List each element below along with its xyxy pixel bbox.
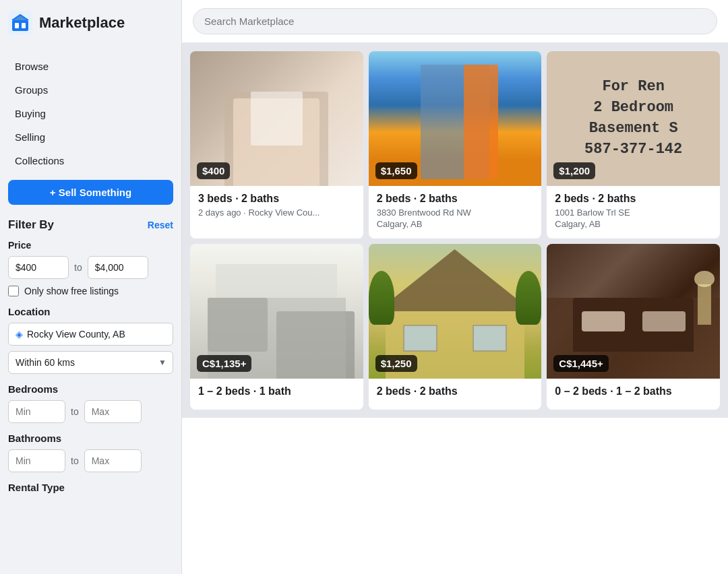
- listing-beds-4: 1 – 2 beds · 1 bath: [198, 385, 355, 397]
- bedrooms-row: to: [8, 400, 173, 423]
- search-bar-wrap: [182, 0, 728, 43]
- listing-beds-3: 2 beds · 2 baths: [555, 193, 712, 205]
- price-badge-2: $1,650: [375, 162, 417, 179]
- listing-info-2: 2 beds · 2 baths 3830 Brentwood Rd NW Ca…: [369, 186, 542, 238]
- free-listings-label[interactable]: Only show free listings: [24, 286, 119, 296]
- listing-beds-6: 0 – 2 beds · 1 – 2 baths: [555, 385, 712, 397]
- listing-info-3: 2 beds · 2 baths 1001 Barlow Trl SE Calg…: [547, 186, 720, 238]
- listing-card[interactable]: C$1,445+ 0 – 2 beds · 1 – 2 baths: [547, 244, 720, 410]
- svg-rect-1: [12, 20, 28, 31]
- listing-info-4: 1 – 2 beds · 1 bath: [190, 379, 363, 410]
- filter-section: Filter By Reset Price to Only show free …: [8, 218, 173, 493]
- listing-image-2: $1,650: [369, 51, 542, 186]
- listing-city-2: Calgary, AB: [377, 219, 534, 229]
- listing-info-5: 2 beds · 2 baths: [369, 379, 542, 410]
- nav-groups[interactable]: Groups: [8, 79, 173, 101]
- rental-type-label: Rental Type: [8, 482, 173, 493]
- location-input[interactable]: [27, 329, 166, 340]
- sidebar-header: Marketplace: [8, 11, 173, 42]
- search-input[interactable]: [193, 8, 717, 34]
- listing-info-6: 0 – 2 beds · 1 – 2 baths: [547, 379, 720, 410]
- filter-by-title: Filter By: [8, 218, 54, 232]
- location-input-wrap[interactable]: ◈: [8, 323, 173, 346]
- listing-card[interactable]: For Ren2 BedroomBasement S587-377-142 $1…: [547, 51, 720, 238]
- bedrooms-separator: to: [71, 406, 79, 417]
- price-row: to: [8, 256, 173, 279]
- sidebar: Marketplace Browse Groups Buying Selling…: [0, 0, 182, 574]
- listing-beds-2: 2 beds · 2 baths: [377, 193, 534, 205]
- svg-marker-4: [377, 249, 533, 311]
- price-label: Price: [8, 240, 173, 251]
- filter-header: Filter By Reset: [8, 218, 173, 232]
- listing-beds-1: 3 beds · 2 baths: [198, 193, 355, 205]
- bathrooms-max-input[interactable]: [84, 449, 142, 472]
- price-min-input[interactable]: [8, 256, 69, 279]
- sell-something-button[interactable]: + Sell Something: [8, 180, 173, 205]
- bathrooms-min-input[interactable]: [8, 449, 65, 472]
- svg-rect-2: [15, 23, 19, 28]
- listings-grid: $400 3 beds · 2 baths 2 days ago · Rocky…: [182, 43, 728, 418]
- marketplace-icon: [8, 11, 32, 35]
- main-content: $400 3 beds · 2 baths 2 days ago · Rocky…: [182, 0, 728, 574]
- bedrooms-min-input[interactable]: [8, 400, 65, 423]
- free-listings-row: Only show free listings: [8, 286, 173, 296]
- price-badge-6: C$1,445+: [553, 355, 608, 372]
- listing-image-3: For Ren2 BedroomBasement S587-377-142 $1…: [547, 51, 720, 186]
- listing-address-3: 1001 Barlow Trl SE: [555, 208, 712, 218]
- listing-image-1: $400: [190, 51, 363, 186]
- listing-info-1: 3 beds · 2 baths 2 days ago · Rocky View…: [190, 186, 363, 227]
- for-rent-sign: For Ren2 BedroomBasement S587-377-142: [578, 70, 689, 166]
- location-icon: ◈: [16, 329, 23, 340]
- nav-browse[interactable]: Browse: [8, 55, 173, 77]
- listing-image-6: C$1,445+: [547, 244, 720, 379]
- svg-rect-3: [22, 23, 26, 28]
- listing-city-3: Calgary, AB: [555, 219, 712, 229]
- bedrooms-max-input[interactable]: [84, 400, 142, 423]
- listing-card[interactable]: $1,250 2 beds · 2 baths: [369, 244, 542, 410]
- free-listings-checkbox[interactable]: [8, 286, 19, 296]
- price-badge-4: C$1,135+: [197, 355, 251, 372]
- listing-card[interactable]: C$1,135+ 1 – 2 beds · 1 bath: [190, 244, 363, 410]
- nav-collections[interactable]: Collections: [8, 150, 173, 172]
- bathrooms-label: Bathrooms: [8, 433, 173, 444]
- listing-card[interactable]: $1,650 2 beds · 2 baths 3830 Brentwood R…: [369, 51, 542, 238]
- listing-meta-1: 2 days ago · Rocky View Cou...: [198, 208, 355, 218]
- listing-beds-5: 2 beds · 2 baths: [377, 385, 534, 397]
- listing-image-5: $1,250: [369, 244, 542, 379]
- bathrooms-separator: to: [71, 455, 79, 466]
- price-badge-1: $400: [197, 162, 230, 179]
- location-label: Location: [8, 306, 173, 317]
- bedrooms-label: Bedrooms: [8, 383, 173, 395]
- nav-selling[interactable]: Selling: [8, 126, 173, 148]
- listing-card[interactable]: $400 3 beds · 2 baths 2 days ago · Rocky…: [190, 51, 363, 238]
- radius-select-wrap: Within 60 kms Within 20 kms Within 40 km…: [8, 351, 173, 374]
- price-max-input[interactable]: [88, 256, 148, 279]
- price-separator: to: [74, 262, 82, 273]
- nav-buying[interactable]: Buying: [8, 102, 173, 125]
- radius-select[interactable]: Within 60 kms Within 20 kms Within 40 km…: [8, 351, 173, 374]
- listing-image-4: C$1,135+: [190, 244, 363, 379]
- listing-address-2: 3830 Brentwood Rd NW: [377, 208, 534, 218]
- bathrooms-row: to: [8, 449, 173, 472]
- reset-link[interactable]: Reset: [148, 220, 173, 230]
- sidebar-title: Marketplace: [39, 14, 125, 32]
- price-badge-3: $1,200: [553, 162, 595, 179]
- price-badge-5: $1,250: [375, 355, 417, 372]
